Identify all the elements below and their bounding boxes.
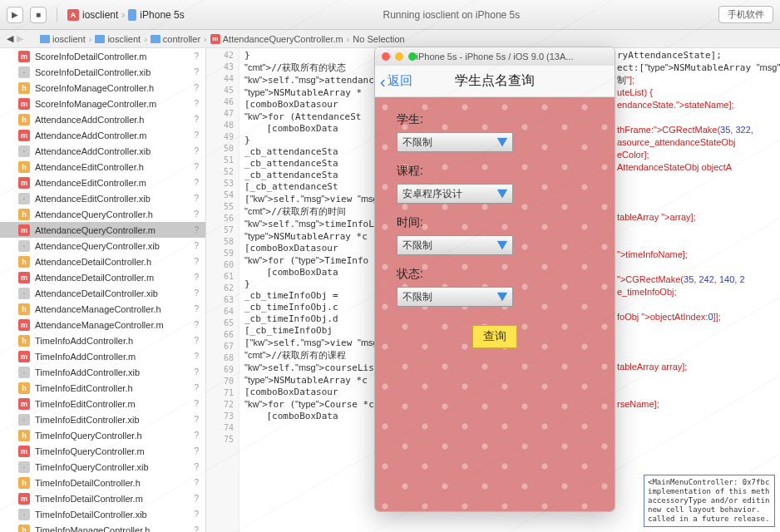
project-navigator[interactable]: mScoreInfoDetailController.m?·ScoreInfoD…: [0, 48, 206, 532]
field-label: 状态:: [397, 267, 593, 282]
close-icon[interactable]: [382, 52, 390, 61]
file-row[interactable]: ·AttendanceAddController.xib?: [0, 143, 205, 159]
file-row[interactable]: ·TimeInfoQueryController.xib?: [0, 459, 205, 475]
scm-badge: ?: [194, 494, 199, 503]
file-row[interactable]: mScoreInfoDetailController.m?: [0, 48, 205, 64]
file-name: TimeInfoEditController.m: [35, 399, 136, 409]
file-row[interactable]: ·TimeInfoDetailController.xib?: [0, 506, 205, 522]
file-row[interactable]: mAttendanceQueryController.m?: [0, 222, 205, 238]
file-row[interactable]: mAttendanceDetailController.m?: [0, 269, 205, 285]
file-row[interactable]: mTimeInfoEditController.m?: [0, 396, 205, 411]
scm-badge: ?: [194, 304, 199, 313]
file-row[interactable]: mTimeInfoDetailController.m?: [0, 490, 205, 506]
file-row[interactable]: mAttendanceManageController.m?: [0, 317, 205, 332]
combo-box[interactable]: 不限制: [397, 235, 513, 255]
m-file-icon: m: [18, 224, 30, 236]
query-button[interactable]: 查询: [472, 325, 517, 348]
file-row[interactable]: ·TimeInfoEditController.xib?: [0, 411, 205, 427]
m-file-icon: m: [18, 446, 30, 457]
combo-value: 安卓程序设计: [402, 187, 462, 201]
h-file-icon: h: [18, 303, 30, 315]
run-button[interactable]: ▶: [7, 7, 23, 23]
file-row[interactable]: hAttendanceQueryController.h?: [0, 206, 205, 222]
combo-box[interactable]: 不限制: [397, 287, 513, 307]
file-row[interactable]: hAttendanceAddController.h?: [0, 111, 205, 127]
scm-badge: ?: [194, 241, 199, 250]
crumb-item[interactable]: controller: [151, 34, 200, 44]
minimize-icon[interactable]: [395, 52, 403, 61]
file-row[interactable]: hAttendanceEditController.h?: [0, 159, 205, 175]
crumb-item[interactable]: mAttendanceQueryController.m: [210, 34, 343, 44]
file-row[interactable]: hTimeInfoQueryController.h?: [0, 427, 205, 443]
line-gutter: 4243444546474849505152535455565758596061…: [206, 48, 239, 532]
folder-icon: [151, 35, 160, 43]
file-row[interactable]: mTimeInfoQueryController.m?: [0, 443, 205, 459]
right-pill[interactable]: 手机软件: [718, 6, 773, 23]
file-row[interactable]: mScoreInfoManageController.m?: [0, 96, 205, 111]
file-row[interactable]: mTimeInfoAddController.m?: [0, 348, 205, 364]
ios-simulator-window: iPhone 5s - iPhone 5s / iOS 9.0 (13A... …: [374, 47, 615, 512]
file-name: TimeInfoDetailController.h: [35, 478, 141, 488]
file-row[interactable]: ·TimeInfoAddController.xib?: [0, 364, 205, 380]
scm-badge: ?: [194, 257, 199, 266]
combo-box[interactable]: 不限制: [397, 132, 513, 152]
field-label: 课程:: [397, 164, 593, 179]
file-name: ScoreInfoManageController.h: [35, 83, 154, 93]
file-name: TimeInfoEditController.xib: [35, 415, 140, 425]
crumb-item[interactable]: iosclient: [40, 34, 86, 44]
file-name: AttendanceAddController.xib: [35, 146, 151, 156]
m-file-icon: m: [18, 51, 30, 62]
combo-value: 不限制: [402, 290, 432, 304]
file-row[interactable]: ·ScoreInfoDetailController.xib?: [0, 64, 205, 80]
file-name: AttendanceManageController.h: [35, 304, 161, 314]
scm-badge: ?: [194, 115, 199, 124]
combo-box[interactable]: 安卓程序设计: [397, 184, 513, 204]
dropdown-arrow-icon: [497, 292, 508, 301]
file-name: TimeInfoAddController.h: [35, 336, 133, 346]
scheme-selector[interactable]: A iosclient › iPhone 5s: [67, 9, 185, 21]
x-file-icon: ·: [18, 145, 30, 157]
form-field: 学生:不限制: [397, 112, 593, 152]
file-row[interactable]: hAttendanceManageController.h?: [0, 301, 205, 317]
x-file-icon: ·: [18, 66, 30, 78]
crumb-nav-fwd[interactable]: ▶: [17, 33, 23, 44]
file-row[interactable]: mAttendanceEditController.m?: [0, 175, 205, 190]
stop-button[interactable]: ■: [30, 7, 47, 23]
file-name: AttendanceDetailController.m: [35, 273, 154, 283]
code-area-right[interactable]: ryAttendanceState]; ect:["type">NSMutabl…: [614, 48, 780, 532]
crumb-item[interactable]: iosclient: [95, 34, 141, 44]
m-file-icon: m: [18, 98, 30, 110]
scm-badge: ?: [194, 99, 199, 108]
x-file-icon: ·: [18, 288, 30, 299]
zoom-icon[interactable]: [408, 52, 417, 61]
scm-badge: ?: [194, 146, 199, 155]
file-row[interactable]: hTimeInfoAddController.h?: [0, 332, 205, 348]
crumb-nav-back[interactable]: ◀: [7, 33, 13, 44]
file-name: AttendanceQueryController.h: [35, 209, 153, 219]
file-row[interactable]: hTimeInfoDetailController.h?: [0, 475, 205, 490]
m-file-icon: m: [210, 34, 220, 44]
file-row[interactable]: hTimeInfoEditController.h?: [0, 380, 205, 396]
file-row[interactable]: ·AttendanceQueryController.xib?: [0, 238, 205, 254]
back-button[interactable]: ‹ 返回: [380, 73, 412, 90]
h-file-icon: h: [18, 335, 30, 347]
file-name: AttendanceEditController.m: [35, 178, 146, 188]
scm-badge: ?: [194, 162, 199, 171]
file-row[interactable]: hTimeInfoManageController.h?: [0, 522, 205, 532]
file-row[interactable]: ·AttendanceEditController.xib?: [0, 190, 205, 206]
file-row[interactable]: hAttendanceDetailController.h?: [0, 254, 205, 269]
file-name: ScoreInfoDetailController.m: [35, 52, 147, 62]
crumb-item[interactable]: No Selection: [353, 34, 404, 44]
scm-badge: ?: [194, 320, 199, 329]
file-name: AttendanceEditController.xib: [35, 194, 151, 204]
file-row[interactable]: ·AttendanceDetailController.xib?: [0, 285, 205, 301]
device-icon: [128, 9, 136, 21]
traffic-lights[interactable]: [382, 52, 417, 61]
x-file-icon: ·: [18, 461, 30, 473]
scm-badge: ?: [194, 178, 199, 187]
console-output[interactable]: <MainMenuController: 0x7fbc implementati…: [644, 475, 775, 527]
simulator-titlebar[interactable]: iPhone 5s - iPhone 5s / iOS 9.0 (13A...: [375, 47, 615, 66]
file-name: TimeInfoDetailController.xib: [35, 510, 147, 520]
file-row[interactable]: mAttendanceAddController.m?: [0, 127, 205, 143]
file-row[interactable]: hScoreInfoManageController.h?: [0, 80, 205, 96]
